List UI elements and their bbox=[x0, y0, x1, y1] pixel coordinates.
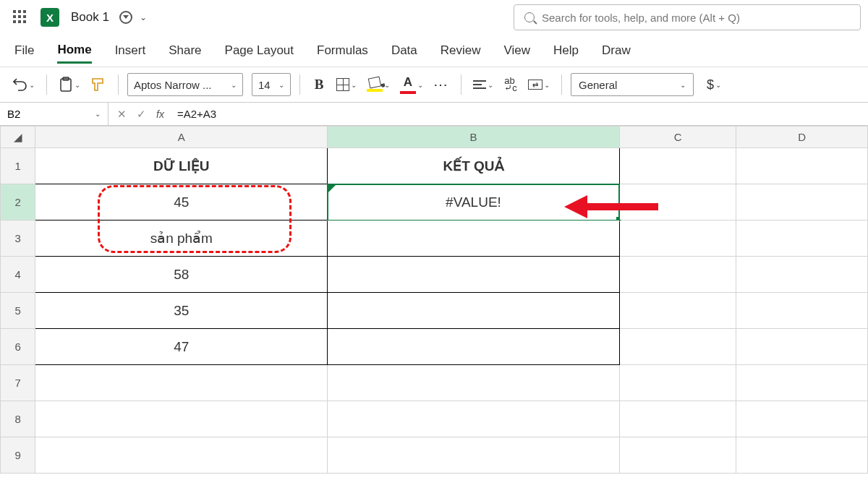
tab-review[interactable]: Review bbox=[441, 39, 481, 62]
fx-icon[interactable]: fx bbox=[156, 108, 164, 120]
paint-bucket-icon bbox=[368, 76, 382, 88]
bold-button[interactable]: B bbox=[309, 72, 329, 97]
app-launcher-icon[interactable] bbox=[13, 10, 27, 25]
cell-B8[interactable] bbox=[328, 401, 620, 437]
row-header-6[interactable]: 6 bbox=[1, 329, 35, 365]
font-size-value: 14 bbox=[258, 79, 271, 91]
separator bbox=[46, 74, 47, 95]
align-icon bbox=[473, 80, 486, 89]
cell-B3[interactable] bbox=[328, 221, 620, 257]
dollar-icon: $ bbox=[707, 77, 714, 93]
cell-C8[interactable] bbox=[619, 401, 736, 437]
cell-D2[interactable] bbox=[736, 184, 868, 221]
workbook-title[interactable]: Book 1 bbox=[71, 10, 109, 25]
row-header-4[interactable]: 4 bbox=[1, 257, 35, 293]
chevron-down-icon: ⌄ bbox=[488, 81, 493, 89]
cell-A1[interactable]: DỮ LIỆU bbox=[35, 148, 328, 184]
cell-D1[interactable] bbox=[736, 148, 868, 184]
tab-share[interactable]: Share bbox=[169, 39, 201, 62]
cell-C2[interactable] bbox=[619, 184, 736, 221]
col-header-B[interactable]: B bbox=[328, 127, 620, 148]
cell-B4[interactable] bbox=[328, 257, 620, 293]
currency-button[interactable]: $ ⌄ bbox=[704, 72, 724, 97]
cell-D5[interactable] bbox=[736, 293, 868, 329]
row-header-1[interactable]: 1 bbox=[1, 148, 35, 184]
fill-color-button[interactable]: ⌄ bbox=[364, 72, 393, 97]
tab-file[interactable]: File bbox=[14, 39, 34, 62]
cell-C9[interactable] bbox=[619, 437, 736, 474]
font-name-select[interactable]: Aptos Narrow ... ⌄ bbox=[127, 73, 243, 96]
row-header-7[interactable]: 7 bbox=[1, 365, 35, 401]
cell-B2[interactable]: #VALUE! bbox=[328, 184, 620, 221]
cell-B9[interactable] bbox=[328, 437, 620, 474]
cell-A6[interactable]: 47 bbox=[35, 329, 328, 365]
name-box[interactable]: B2 ⌄ bbox=[0, 103, 109, 125]
number-format-select[interactable]: General ⌄ bbox=[571, 73, 694, 96]
cell-A7[interactable] bbox=[35, 365, 328, 401]
cell-C3[interactable] bbox=[619, 221, 736, 257]
cell-D7[interactable] bbox=[736, 365, 868, 401]
tab-data[interactable]: Data bbox=[391, 39, 417, 62]
autosave-icon[interactable] bbox=[119, 11, 132, 24]
row-header-5[interactable]: 5 bbox=[1, 293, 35, 329]
cell-A8[interactable] bbox=[35, 401, 328, 437]
row-header-2[interactable]: 2 bbox=[1, 184, 35, 221]
row-header-9[interactable]: 9 bbox=[1, 437, 35, 474]
cell-C5[interactable] bbox=[619, 293, 736, 329]
cell-C7[interactable] bbox=[619, 365, 736, 401]
cell-B1[interactable]: KẾT QUẢ bbox=[328, 148, 620, 184]
cell-B7[interactable] bbox=[328, 365, 620, 401]
cell-D9[interactable] bbox=[736, 437, 868, 474]
cell-B6[interactable] bbox=[328, 329, 620, 365]
chevron-down-icon: ⌄ bbox=[75, 81, 80, 89]
cell-C1[interactable] bbox=[619, 148, 736, 184]
cell-B5[interactable] bbox=[328, 293, 620, 329]
font-color-button[interactable]: A ⌄ bbox=[397, 72, 426, 97]
cell-D8[interactable] bbox=[736, 401, 868, 437]
undo-button[interactable]: ⌄ bbox=[10, 72, 38, 97]
search-input[interactable]: Search for tools, help, and more (Alt + … bbox=[514, 4, 861, 30]
borders-button[interactable]: ⌄ bbox=[333, 72, 359, 97]
font-size-select[interactable]: 14 ⌄ bbox=[252, 73, 291, 96]
toolbar: ⌄ ⌄ Aptos Narrow ... ⌄ 14 ⌄ B ⌄ ⌄ A ⌄ ⋯ … bbox=[0, 67, 868, 103]
col-header-A[interactable]: A bbox=[35, 127, 328, 148]
separator bbox=[461, 74, 461, 95]
tab-formulas[interactable]: Formulas bbox=[317, 39, 368, 62]
cell-D4[interactable] bbox=[736, 257, 868, 293]
merge-button[interactable]: ⇄ ⌄ bbox=[525, 72, 553, 97]
chevron-down-icon: ⌄ bbox=[351, 81, 357, 89]
cell-D3[interactable] bbox=[736, 221, 868, 257]
row-header-3[interactable]: 3 bbox=[1, 221, 35, 257]
paste-button[interactable]: ⌄ bbox=[56, 72, 83, 97]
tab-page-layout[interactable]: Page Layout bbox=[225, 39, 294, 62]
col-header-D[interactable]: D bbox=[736, 127, 868, 148]
tab-view[interactable]: View bbox=[504, 39, 531, 62]
cell-A9[interactable] bbox=[35, 437, 328, 474]
cell-A2[interactable]: 45 bbox=[35, 184, 328, 221]
cell-A5[interactable]: 35 bbox=[35, 293, 328, 329]
formula-input[interactable]: =A2+A3 bbox=[173, 108, 868, 120]
formula-bar-buttons: ✕ ✓ fx bbox=[109, 108, 173, 121]
cell-C4[interactable] bbox=[619, 257, 736, 293]
cell-A4[interactable]: 58 bbox=[35, 257, 328, 293]
separator bbox=[561, 74, 562, 95]
cell-A3[interactable]: sản phẩm bbox=[35, 221, 328, 257]
tab-help[interactable]: Help bbox=[553, 39, 579, 62]
select-all-corner[interactable]: ◢ bbox=[1, 127, 35, 148]
tab-home[interactable]: Home bbox=[57, 38, 91, 64]
align-button[interactable]: ⌄ bbox=[470, 72, 496, 97]
enter-icon[interactable]: ✓ bbox=[137, 108, 146, 121]
wrap-text-button[interactable]: ab⤶c bbox=[501, 72, 521, 97]
chevron-down-icon: ⌄ bbox=[715, 81, 721, 89]
separator bbox=[299, 74, 300, 95]
cancel-icon[interactable]: ✕ bbox=[117, 108, 127, 121]
row-header-8[interactable]: 8 bbox=[1, 401, 35, 437]
tab-insert[interactable]: Insert bbox=[115, 39, 146, 62]
cell-D6[interactable] bbox=[736, 329, 868, 365]
format-painter-button[interactable] bbox=[88, 72, 109, 97]
title-chevron-icon[interactable]: ⌄ bbox=[140, 12, 147, 22]
col-header-C[interactable]: C bbox=[619, 127, 736, 148]
cell-C6[interactable] bbox=[619, 329, 736, 365]
more-font-button[interactable]: ⋯ bbox=[430, 72, 452, 97]
tab-draw[interactable]: Draw bbox=[602, 39, 631, 62]
